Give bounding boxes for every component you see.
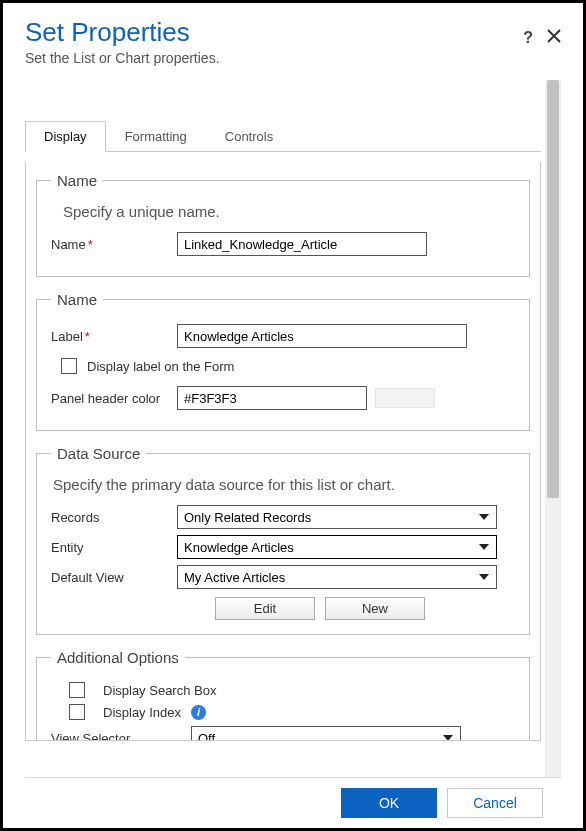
label-entity: Entity bbox=[51, 540, 177, 555]
title-block: Set Properties Set the List or Chart pro… bbox=[25, 17, 523, 80]
edit-view-button[interactable]: Edit bbox=[215, 597, 315, 620]
label-view-selector: View Selector bbox=[51, 731, 191, 742]
row-search-box: Display Search Box bbox=[69, 682, 515, 698]
checkbox-display-index[interactable] bbox=[69, 704, 85, 720]
dialog-header: Set Properties Set the List or Chart pro… bbox=[25, 17, 561, 80]
row-panel-color: Panel header color bbox=[51, 386, 515, 410]
select-records[interactable]: Only Related Records bbox=[177, 505, 497, 529]
section-additional: Additional Options Display Search Box Di… bbox=[36, 649, 530, 741]
close-icon[interactable] bbox=[547, 29, 561, 47]
header-icons: ? bbox=[523, 29, 561, 47]
section-name: Name Specify a unique name. Name* bbox=[36, 172, 530, 277]
select-entity[interactable]: Knowledge Articles bbox=[177, 535, 497, 559]
label-display-on-form: Display label on the Form bbox=[87, 359, 234, 374]
select-view-selector[interactable]: Off bbox=[191, 726, 461, 741]
vertical-scrollbar[interactable] bbox=[545, 80, 561, 777]
input-label[interactable] bbox=[177, 324, 467, 348]
row-records: Records Only Related Records bbox=[51, 505, 515, 529]
select-default-view[interactable]: My Active Articles bbox=[177, 565, 497, 589]
input-name[interactable] bbox=[177, 232, 427, 256]
label-search-box: Display Search Box bbox=[103, 683, 216, 698]
row-display-index: Display Index i bbox=[69, 704, 515, 720]
row-name: Name* bbox=[51, 232, 515, 256]
data-source-intro: Specify the primary data source for this… bbox=[53, 476, 515, 493]
section-label: Name Label* Display label on the Form Pa… bbox=[36, 291, 530, 431]
label-display-index: Display Index bbox=[103, 705, 181, 720]
row-entity: Entity Knowledge Articles bbox=[51, 535, 515, 559]
dialog-root: Set Properties Set the List or Chart pro… bbox=[3, 3, 583, 828]
section-name-intro: Specify a unique name. bbox=[63, 203, 515, 220]
tab-formatting[interactable]: Formatting bbox=[106, 121, 206, 152]
row-label: Label* bbox=[51, 324, 515, 348]
checkbox-search-box[interactable] bbox=[69, 682, 85, 698]
dialog-title: Set Properties bbox=[25, 17, 523, 48]
new-view-button[interactable]: New bbox=[325, 597, 425, 620]
input-panel-color[interactable] bbox=[177, 386, 367, 410]
label-label: Label* bbox=[51, 329, 177, 344]
row-view-selector: View Selector Off bbox=[51, 726, 515, 741]
label-name: Name* bbox=[51, 237, 177, 252]
label-default-view: Default View bbox=[51, 570, 177, 585]
info-icon[interactable]: i bbox=[191, 705, 206, 720]
panel-color-swatch bbox=[375, 388, 435, 408]
help-icon[interactable]: ? bbox=[523, 29, 533, 47]
label-records: Records bbox=[51, 510, 177, 525]
section-data-source: Data Source Specify the primary data sou… bbox=[36, 445, 530, 635]
section-name-legend: Name bbox=[51, 172, 103, 189]
dialog-subtitle: Set the List or Chart properties. bbox=[25, 50, 523, 66]
section-data-source-legend: Data Source bbox=[51, 445, 146, 462]
display-panel: Name Specify a unique name. Name* Name L… bbox=[25, 162, 541, 741]
dialog-footer: OK Cancel bbox=[25, 777, 561, 828]
ok-button[interactable]: OK bbox=[341, 788, 437, 818]
checkbox-display-on-form[interactable] bbox=[61, 358, 77, 374]
view-buttons: Edit New bbox=[215, 597, 515, 620]
cancel-button[interactable]: Cancel bbox=[447, 788, 543, 818]
main-panel: Display Formatting Controls Name Specify… bbox=[25, 80, 541, 777]
section-additional-legend: Additional Options bbox=[51, 649, 185, 666]
row-default-view: Default View My Active Articles bbox=[51, 565, 515, 589]
tab-display[interactable]: Display bbox=[25, 121, 106, 152]
label-panel-color: Panel header color bbox=[51, 391, 177, 406]
content-wrap: Display Formatting Controls Name Specify… bbox=[25, 80, 561, 777]
row-display-on-form: Display label on the Form bbox=[61, 358, 515, 374]
tab-controls[interactable]: Controls bbox=[206, 121, 292, 152]
section-label-legend: Name bbox=[51, 291, 103, 308]
tab-strip: Display Formatting Controls bbox=[25, 120, 541, 152]
scrollbar-thumb[interactable] bbox=[547, 80, 559, 498]
